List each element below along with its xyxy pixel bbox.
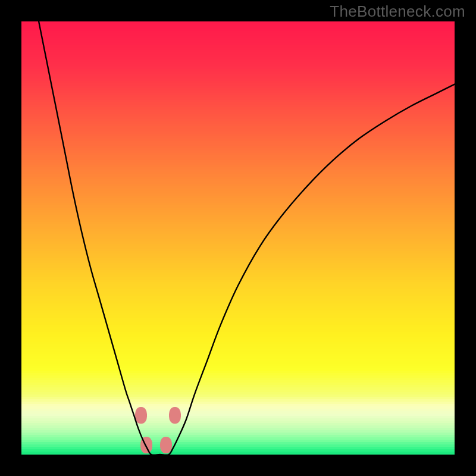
watermark-text: TheBottleneck.com <box>330 2 465 21</box>
chart-frame: TheBottleneck.com <box>0 0 476 476</box>
plot-area <box>21 21 455 455</box>
curve-layer <box>21 21 455 455</box>
bottleneck-curve <box>39 21 455 455</box>
